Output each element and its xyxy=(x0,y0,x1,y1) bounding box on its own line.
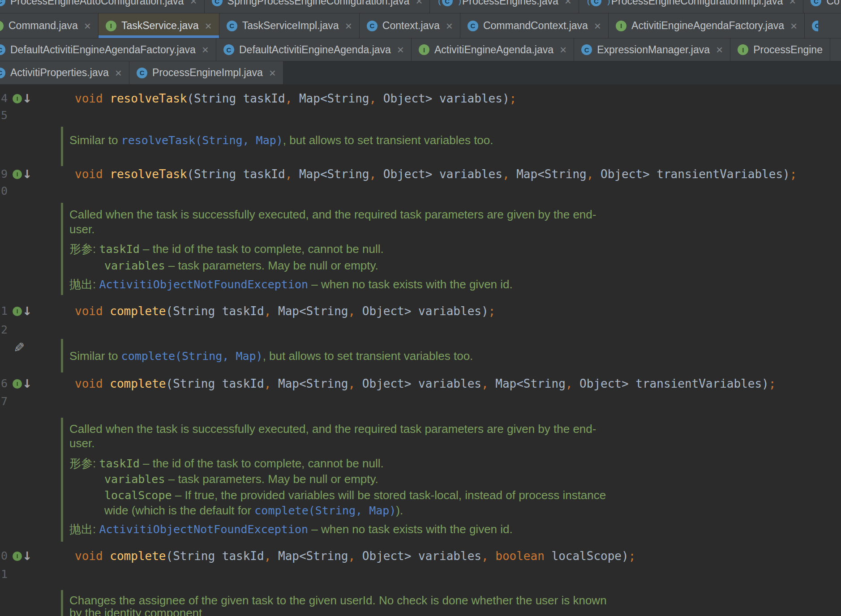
down-arrow-icon: ↓ xyxy=(22,168,32,180)
token: resolveTask xyxy=(110,167,187,181)
implementations-gutter-icon[interactable]: I↓ xyxy=(13,166,32,182)
interface-marker-circle: I xyxy=(13,552,22,561)
token: ; xyxy=(629,549,636,563)
code-line[interactable]: void resolveTask(String taskId, Map<Stri… xyxy=(75,166,797,182)
token: – when no task exists with the given id. xyxy=(308,522,513,536)
token: wide (which is the default for xyxy=(104,504,254,517)
token: Map<String xyxy=(489,377,566,390)
token: 形参: xyxy=(69,242,99,256)
doc-block-bar xyxy=(61,339,63,372)
token: ; xyxy=(489,304,496,318)
token: , xyxy=(285,92,292,105)
doc-block-bar xyxy=(61,590,63,616)
implementations-gutter-icon[interactable]: I↓ xyxy=(13,90,32,107)
token: , but allows to set transient variables … xyxy=(263,349,473,363)
token: (String taskId xyxy=(187,92,285,105)
token: , xyxy=(264,377,271,390)
implementations-gutter-icon[interactable]: I↓ xyxy=(13,376,32,392)
doc-text-line: user. xyxy=(69,436,94,451)
token: , xyxy=(264,304,271,318)
doc-code-link[interactable]: ActivitiObjectNotFoundException xyxy=(99,278,308,291)
line-number: 4 xyxy=(1,90,12,107)
doc-text-line: 形参: taskId – the id of the task to compl… xyxy=(69,456,384,471)
token: Called when the task is successfully exe… xyxy=(69,422,596,436)
token: , xyxy=(566,377,573,390)
token: taskId xyxy=(99,243,139,256)
token: 抛出: xyxy=(69,522,99,536)
doc-text-line: Called when the task is successfully exe… xyxy=(69,421,596,436)
token: – the id of the task to complete, cannot… xyxy=(140,242,384,256)
down-arrow-icon: ↓ xyxy=(22,550,32,562)
token: , xyxy=(481,377,489,390)
doc-code-link[interactable]: complete(String, Map) xyxy=(254,504,396,517)
doc-text-line: localScope – If true, the provided varia… xyxy=(104,488,606,503)
token: Object> variables) xyxy=(355,304,488,318)
token: by the identity component xyxy=(69,606,202,616)
token: – task parameters. May be null or empty. xyxy=(165,259,378,272)
doc-block-bar xyxy=(61,203,63,295)
token: (String taskId xyxy=(187,167,285,181)
doc-block-bar xyxy=(61,127,63,166)
token: localScope xyxy=(104,489,172,502)
token: Object> variables xyxy=(355,377,481,390)
token: – task parameters. May be null or empty. xyxy=(165,472,378,486)
doc-text-line: 抛出: ActivitiObjectNotFoundException – wh… xyxy=(69,522,513,537)
token: – when no task exists with the given id. xyxy=(308,278,513,291)
token: resolveTask xyxy=(110,92,187,105)
token: void xyxy=(75,377,110,390)
ide-window: CProcessEngineAutoConfiguration.java×CSp… xyxy=(0,0,841,616)
implementations-gutter-icon[interactable]: I↓ xyxy=(13,303,32,319)
interface-marker-circle: I xyxy=(13,94,22,103)
token: , xyxy=(587,167,594,181)
code-line[interactable]: void complete(String taskId, Map<String,… xyxy=(75,303,495,319)
token: ; xyxy=(769,377,776,390)
doc-text-line: user. xyxy=(69,222,94,237)
token: Similar to xyxy=(69,133,121,147)
token: void xyxy=(75,167,110,181)
doc-text-line: variables – task parameters. May be null… xyxy=(104,258,378,273)
token: – If true, the provided variables will b… xyxy=(172,488,606,502)
token: Object> transientVariables) xyxy=(572,377,768,390)
code-line[interactable]: void complete(String taskId, Map<String,… xyxy=(75,376,776,392)
line-number: 5 xyxy=(1,107,12,124)
token: Object> variables xyxy=(355,549,481,563)
token: Map<String xyxy=(510,167,587,181)
token: complete xyxy=(110,549,166,563)
token: (String taskId xyxy=(166,304,264,318)
token: boolean xyxy=(495,549,545,563)
token: Called when the task is successfully exe… xyxy=(69,208,596,221)
doc-text-line: Called when the task is successfully exe… xyxy=(69,207,596,222)
token: Object> transientVariables) xyxy=(593,167,790,181)
edit-comment-gutter-icon[interactable]: ✎ xyxy=(13,341,25,355)
doc-code-link[interactable]: complete(String, Map) xyxy=(121,350,263,363)
doc-text-line: wide (which is the default for complete(… xyxy=(104,503,403,518)
line-number: 1 xyxy=(1,566,12,582)
token: Map<String xyxy=(271,304,348,318)
token: , xyxy=(348,304,356,318)
line-number: 0 xyxy=(1,183,12,199)
token: void xyxy=(75,549,110,563)
doc-text-line: variables – task parameters. May be null… xyxy=(104,471,378,487)
token: variables xyxy=(104,259,165,272)
down-arrow-icon: ↓ xyxy=(22,305,32,317)
implementations-gutter-icon[interactable]: I↓ xyxy=(13,548,32,564)
doc-code-link[interactable]: resolveTask(String, Map) xyxy=(121,134,283,147)
token: complete xyxy=(110,304,166,318)
code-line[interactable]: void complete(String taskId, Map<String,… xyxy=(75,548,635,564)
token: 形参: xyxy=(69,457,99,470)
token: , xyxy=(481,549,489,563)
code-line[interactable]: void resolveTask(String taskId, Map<Stri… xyxy=(75,90,516,107)
token: Map<String xyxy=(292,92,369,105)
token: void xyxy=(75,92,110,105)
interface-marker-circle: I xyxy=(13,379,22,389)
line-number: 0 xyxy=(1,548,12,564)
line-number: 6 xyxy=(1,376,12,392)
doc-code-link[interactable]: ActivitiObjectNotFoundException xyxy=(99,523,308,536)
line-number: 9 xyxy=(1,166,12,182)
token: Object> variables xyxy=(376,167,502,181)
line-number: 1 xyxy=(1,303,12,319)
token: ; xyxy=(510,92,517,105)
token: , xyxy=(264,549,271,563)
doc-block-bar xyxy=(61,418,63,542)
token: , xyxy=(285,167,292,181)
